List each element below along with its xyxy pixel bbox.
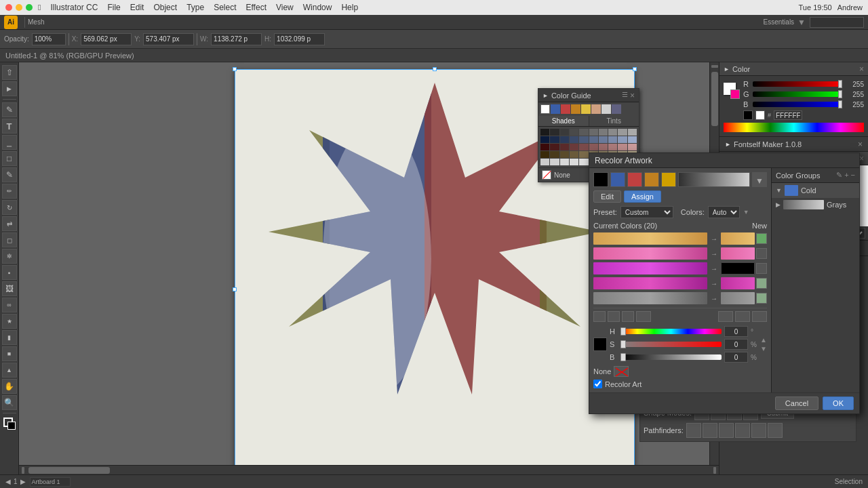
shade-cell[interactable] <box>579 159 588 165</box>
row-icon-5[interactable] <box>756 293 767 304</box>
navigator-close[interactable]: × <box>859 154 864 163</box>
rect-tool[interactable]: □ <box>2 151 17 166</box>
shade-cell[interactable] <box>628 129 637 136</box>
new-bar-5[interactable] <box>721 292 755 304</box>
shade-cell[interactable] <box>618 129 627 136</box>
horizontal-scrollbar[interactable] <box>19 465 719 474</box>
guide-options[interactable]: ☰ <box>622 91 628 100</box>
shade-cell[interactable] <box>599 129 608 136</box>
artboard-select[interactable]: Artboard 1 <box>30 477 71 487</box>
shade-cell[interactable] <box>599 136 608 143</box>
shade-cell[interactable] <box>540 151 549 158</box>
shade-cell[interactable] <box>540 159 549 165</box>
shade-cell[interactable] <box>550 159 559 165</box>
shade-cell[interactable] <box>618 144 627 150</box>
symbol-tool[interactable]: ★ <box>2 314 17 329</box>
x-input[interactable] <box>81 33 132 45</box>
direct-select-tool[interactable]: ▶ <box>2 81 17 96</box>
row-icon-3[interactable] <box>756 263 767 274</box>
shade-cell[interactable] <box>589 144 598 150</box>
menu-type[interactable]: Type <box>182 3 208 12</box>
slice-tool[interactable]: ▲ <box>2 363 17 378</box>
icon-btn-5[interactable] <box>718 311 733 322</box>
shade-cell[interactable] <box>570 129 578 136</box>
top-swatch-orange[interactable] <box>644 172 659 187</box>
search-field[interactable] <box>810 17 864 28</box>
pathfinder-6[interactable] <box>768 423 783 438</box>
menu-illustrator[interactable]: Illustrator CC <box>46 3 102 12</box>
color-spectrum[interactable] <box>724 123 864 132</box>
none-icon[interactable] <box>614 366 629 377</box>
menu-view[interactable]: View <box>272 3 298 12</box>
guide-swatch-0[interactable] <box>540 104 550 114</box>
delete-group-icon[interactable]: − <box>851 171 855 180</box>
menu-select[interactable]: Select <box>210 3 240 12</box>
b-track[interactable] <box>620 354 722 360</box>
shade-cell[interactable] <box>560 129 569 136</box>
color-panel-header[interactable]: ► Color × <box>719 62 868 76</box>
edit-tab-button[interactable]: Edit <box>593 190 621 203</box>
pen-tool[interactable]: ✎ <box>2 102 17 117</box>
color-bar-5[interactable] <box>593 292 707 304</box>
b-thumb[interactable] <box>838 100 842 108</box>
guide-swatch-2[interactable] <box>561 104 570 114</box>
grays-group-item[interactable]: ▶ Grays <box>772 198 859 211</box>
h-input[interactable] <box>274 33 325 45</box>
column-chart-tool[interactable]: ▮ <box>2 330 17 345</box>
tints-tab[interactable]: Tints <box>589 116 639 126</box>
color-bar-3[interactable] <box>593 262 707 274</box>
colors-select[interactable]: Auto 1 2 5 <box>708 206 740 218</box>
row-icon-2[interactable] <box>756 248 767 259</box>
type-tool[interactable]: T <box>2 119 17 134</box>
shade-cell[interactable] <box>628 136 637 143</box>
shade-cell[interactable] <box>579 136 588 143</box>
assign-tab-button[interactable]: Assign <box>624 190 661 203</box>
shade-cell[interactable] <box>589 136 598 143</box>
shade-cell[interactable] <box>579 144 588 150</box>
menu-window[interactable]: Window <box>299 3 336 12</box>
hue-down[interactable]: ▼ <box>760 345 767 352</box>
ok-button[interactable]: OK <box>823 396 854 410</box>
shade-cell[interactable] <box>560 136 569 143</box>
pathfinder-4[interactable] <box>735 423 750 438</box>
guide-swatch-1[interactable] <box>551 104 560 114</box>
r-slider[interactable] <box>753 81 842 87</box>
menu-file[interactable]: File <box>103 3 124 12</box>
row-icon-4[interactable] <box>756 278 767 289</box>
shade-cell[interactable] <box>599 144 608 150</box>
fill-stroke-widget[interactable] <box>2 416 17 431</box>
zoom-tool[interactable]: 🔍 <box>2 395 17 410</box>
menu-apple[interactable]:  <box>34 3 45 12</box>
guide-none-swatch[interactable] <box>542 170 551 180</box>
top-swatch-black[interactable] <box>593 172 608 187</box>
shade-cell[interactable] <box>540 144 549 150</box>
maximize-button[interactable] <box>26 4 33 11</box>
add-group-icon[interactable]: + <box>844 171 848 180</box>
shade-cell[interactable] <box>608 144 617 150</box>
fontself-panel-header[interactable]: ► Fontself Maker 1.0.8 × <box>719 137 868 152</box>
small-color-swatch2[interactable] <box>755 110 765 120</box>
pencil-tool[interactable]: ✏ <box>2 184 17 199</box>
hand-tool[interactable]: ✋ <box>2 379 17 394</box>
icon-btn-3[interactable] <box>622 311 634 322</box>
shade-cell[interactable] <box>550 144 559 150</box>
icon-btn-7[interactable] <box>752 311 767 322</box>
shade-cell[interactable] <box>618 136 627 143</box>
blend-tool[interactable]: ∞ <box>2 298 17 312</box>
shade-cell[interactable] <box>608 129 617 136</box>
top-gradient-bar[interactable] <box>678 172 750 187</box>
shade-cell[interactable] <box>570 144 578 150</box>
guide-swatch-3[interactable] <box>571 104 580 114</box>
shade-cell[interactable] <box>540 129 549 136</box>
color-bar-4[interactable] <box>593 277 707 289</box>
close-button[interactable] <box>5 4 12 11</box>
minimize-button[interactable] <box>16 4 22 11</box>
top-swatch-gold[interactable] <box>661 172 676 187</box>
menu-effect[interactable]: Effect <box>242 3 271 12</box>
rotate-tool[interactable]: ↻ <box>2 200 17 215</box>
eyedropper-tool[interactable]: 🖼 <box>2 281 17 296</box>
guide-close[interactable]: × <box>630 91 635 100</box>
new-bar-2[interactable] <box>721 247 755 260</box>
line-tool[interactable]: ⎯ <box>2 135 17 150</box>
new-bar-1[interactable] <box>721 232 755 245</box>
